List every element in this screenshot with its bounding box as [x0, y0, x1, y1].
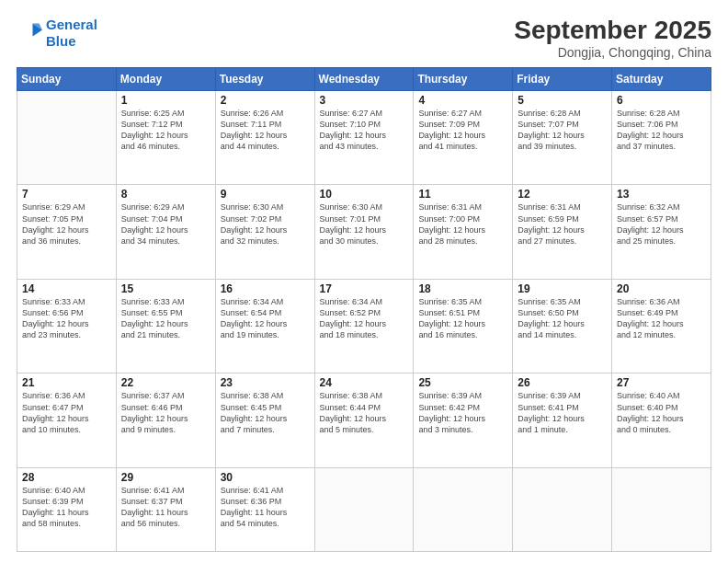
day-number: 22 [121, 376, 210, 389]
day-number: 23 [221, 376, 310, 389]
calendar-cell [414, 468, 513, 552]
calendar-cell [513, 468, 612, 552]
day-number: 14 [22, 282, 111, 295]
title-block: September 2025 Dongjia, Chongqing, China [514, 17, 711, 60]
day-info: Sunrise: 6:38 AM Sunset: 6:44 PM Dayligh… [320, 390, 409, 435]
calendar-cell: 20Sunrise: 6:36 AM Sunset: 6:49 PM Dayli… [612, 279, 711, 373]
day-number: 28 [22, 471, 111, 484]
col-sunday: Sunday [17, 67, 117, 90]
day-number: 29 [121, 471, 210, 484]
day-info: Sunrise: 6:29 AM Sunset: 7:05 PM Dayligh… [22, 201, 111, 247]
col-monday: Monday [116, 67, 215, 90]
page: General Blue September 2025 Dongjia, Cho… [0, 0, 728, 563]
calendar-cell: 30Sunrise: 6:41 AM Sunset: 6:36 PM Dayli… [215, 468, 314, 552]
day-info: Sunrise: 6:39 AM Sunset: 6:42 PM Dayligh… [418, 390, 507, 435]
week-row-3: 14Sunrise: 6:33 AM Sunset: 6:56 PM Dayli… [17, 279, 711, 373]
calendar-header-row: Sunday Monday Tuesday Wednesday Thursday… [17, 67, 711, 90]
day-info: Sunrise: 6:35 AM Sunset: 6:51 PM Dayligh… [418, 296, 507, 341]
calendar-cell: 28Sunrise: 6:40 AM Sunset: 6:39 PM Dayli… [17, 468, 117, 552]
day-info: Sunrise: 6:41 AM Sunset: 6:36 PM Dayligh… [221, 485, 310, 530]
calendar-cell: 25Sunrise: 6:39 AM Sunset: 6:42 PM Dayli… [414, 373, 513, 468]
col-thursday: Thursday [414, 67, 513, 90]
header: General Blue September 2025 Dongjia, Cho… [17, 17, 711, 60]
calendar-cell: 22Sunrise: 6:37 AM Sunset: 6:46 PM Dayli… [116, 373, 215, 468]
calendar-cell: 29Sunrise: 6:41 AM Sunset: 6:37 PM Dayli… [116, 468, 215, 552]
logo: General Blue [17, 17, 97, 50]
col-wednesday: Wednesday [314, 67, 414, 90]
calendar-cell: 6Sunrise: 6:28 AM Sunset: 7:06 PM Daylig… [612, 90, 711, 185]
day-number: 7 [22, 188, 111, 201]
calendar-cell: 1Sunrise: 6:25 AM Sunset: 7:12 PM Daylig… [116, 90, 215, 185]
calendar-cell: 21Sunrise: 6:36 AM Sunset: 6:47 PM Dayli… [17, 373, 117, 468]
day-number: 17 [320, 282, 409, 295]
col-tuesday: Tuesday [215, 67, 314, 90]
day-info: Sunrise: 6:37 AM Sunset: 6:46 PM Dayligh… [121, 390, 210, 435]
calendar-cell: 2Sunrise: 6:26 AM Sunset: 7:11 PM Daylig… [215, 90, 314, 185]
logo-line1: General [46, 17, 97, 32]
calendar-cell: 26Sunrise: 6:39 AM Sunset: 6:41 PM Dayli… [513, 373, 612, 468]
calendar-cell: 7Sunrise: 6:29 AM Sunset: 7:05 PM Daylig… [17, 185, 117, 280]
day-info: Sunrise: 6:32 AM Sunset: 6:57 PM Dayligh… [617, 201, 706, 247]
day-number: 27 [617, 376, 706, 389]
day-number: 18 [418, 282, 507, 295]
calendar-cell: 19Sunrise: 6:35 AM Sunset: 6:50 PM Dayli… [513, 279, 612, 373]
calendar-cell [314, 468, 414, 552]
day-number: 24 [320, 376, 409, 389]
calendar-title: September 2025 [514, 17, 711, 45]
calendar-cell: 15Sunrise: 6:33 AM Sunset: 6:55 PM Dayli… [116, 279, 215, 373]
day-info: Sunrise: 6:29 AM Sunset: 7:04 PM Dayligh… [121, 201, 210, 247]
day-number: 20 [617, 282, 706, 295]
day-number: 4 [418, 94, 507, 107]
calendar-cell: 23Sunrise: 6:38 AM Sunset: 6:45 PM Dayli… [215, 373, 314, 468]
day-info: Sunrise: 6:30 AM Sunset: 7:02 PM Dayligh… [221, 201, 310, 247]
day-number: 26 [518, 376, 607, 389]
col-saturday: Saturday [612, 67, 711, 90]
day-info: Sunrise: 6:40 AM Sunset: 6:39 PM Dayligh… [22, 485, 111, 530]
calendar-cell [17, 90, 117, 185]
day-number: 6 [617, 94, 706, 107]
logo-line2: Blue [46, 33, 76, 49]
day-info: Sunrise: 6:40 AM Sunset: 6:40 PM Dayligh… [617, 390, 706, 435]
calendar-cell: 11Sunrise: 6:31 AM Sunset: 7:00 PM Dayli… [414, 185, 513, 280]
day-info: Sunrise: 6:31 AM Sunset: 7:00 PM Dayligh… [418, 201, 507, 247]
week-row-4: 21Sunrise: 6:36 AM Sunset: 6:47 PM Dayli… [17, 373, 711, 468]
day-number: 13 [617, 188, 706, 201]
calendar-cell: 10Sunrise: 6:30 AM Sunset: 7:01 PM Dayli… [314, 185, 414, 280]
calendar-cell: 8Sunrise: 6:29 AM Sunset: 7:04 PM Daylig… [116, 185, 215, 280]
day-info: Sunrise: 6:33 AM Sunset: 6:55 PM Dayligh… [121, 296, 210, 341]
day-info: Sunrise: 6:39 AM Sunset: 6:41 PM Dayligh… [518, 390, 607, 435]
day-number: 9 [221, 188, 310, 201]
day-info: Sunrise: 6:25 AM Sunset: 7:12 PM Dayligh… [121, 108, 210, 153]
day-info: Sunrise: 6:26 AM Sunset: 7:11 PM Dayligh… [221, 108, 310, 153]
day-info: Sunrise: 6:36 AM Sunset: 6:49 PM Dayligh… [617, 296, 706, 341]
day-info: Sunrise: 6:28 AM Sunset: 7:07 PM Dayligh… [518, 108, 607, 153]
day-info: Sunrise: 6:27 AM Sunset: 7:10 PM Dayligh… [320, 108, 409, 153]
day-info: Sunrise: 6:27 AM Sunset: 7:09 PM Dayligh… [418, 108, 507, 153]
day-number: 30 [221, 471, 310, 484]
day-info: Sunrise: 6:30 AM Sunset: 7:01 PM Dayligh… [320, 201, 409, 247]
day-number: 15 [121, 282, 210, 295]
day-number: 12 [518, 188, 607, 201]
day-number: 2 [221, 94, 310, 107]
week-row-1: 1Sunrise: 6:25 AM Sunset: 7:12 PM Daylig… [17, 90, 711, 185]
calendar-cell: 14Sunrise: 6:33 AM Sunset: 6:56 PM Dayli… [17, 279, 117, 373]
calendar-cell: 18Sunrise: 6:35 AM Sunset: 6:51 PM Dayli… [414, 279, 513, 373]
calendar-cell: 12Sunrise: 6:31 AM Sunset: 6:59 PM Dayli… [513, 185, 612, 280]
calendar-subtitle: Dongjia, Chongqing, China [514, 45, 711, 60]
day-info: Sunrise: 6:41 AM Sunset: 6:37 PM Dayligh… [121, 485, 210, 530]
calendar-cell [612, 468, 711, 552]
day-number: 8 [121, 188, 210, 201]
calendar-cell: 27Sunrise: 6:40 AM Sunset: 6:40 PM Dayli… [612, 373, 711, 468]
calendar-cell: 4Sunrise: 6:27 AM Sunset: 7:09 PM Daylig… [414, 90, 513, 185]
week-row-2: 7Sunrise: 6:29 AM Sunset: 7:05 PM Daylig… [17, 185, 711, 280]
calendar-table: Sunday Monday Tuesday Wednesday Thursday… [17, 67, 711, 552]
day-number: 1 [121, 94, 210, 107]
calendar-cell: 17Sunrise: 6:34 AM Sunset: 6:52 PM Dayli… [314, 279, 414, 373]
day-info: Sunrise: 6:34 AM Sunset: 6:52 PM Dayligh… [320, 296, 409, 341]
calendar-cell: 5Sunrise: 6:28 AM Sunset: 7:07 PM Daylig… [513, 90, 612, 185]
day-number: 19 [518, 282, 607, 295]
day-info: Sunrise: 6:31 AM Sunset: 6:59 PM Dayligh… [518, 201, 607, 247]
calendar-cell: 9Sunrise: 6:30 AM Sunset: 7:02 PM Daylig… [215, 185, 314, 280]
day-info: Sunrise: 6:33 AM Sunset: 6:56 PM Dayligh… [22, 296, 111, 341]
calendar-cell: 16Sunrise: 6:34 AM Sunset: 6:54 PM Dayli… [215, 279, 314, 373]
